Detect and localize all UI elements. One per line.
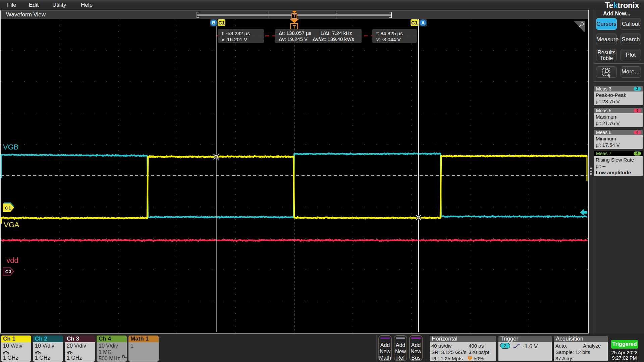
svg-text:C: C [5, 206, 8, 210]
svg-text:T: T [292, 24, 296, 29]
svg-text:1: 1 [9, 206, 11, 210]
svg-text:T: T [293, 14, 296, 18]
svg-text:T: T [469, 356, 471, 360]
svg-text:C: C [5, 269, 8, 274]
svg-text:3: 3 [9, 269, 11, 274]
